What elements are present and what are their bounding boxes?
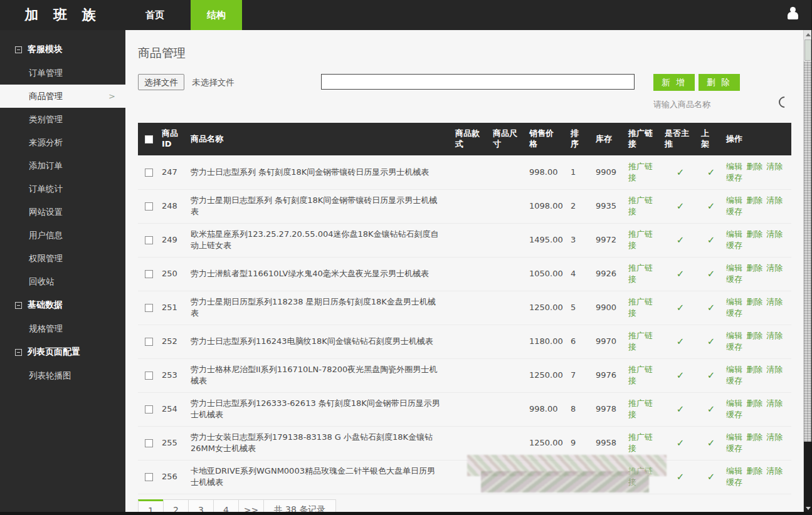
product-size — [490, 257, 527, 291]
action-link-1[interactable]: 删除 — [746, 162, 762, 171]
promo-link[interactable]: 推广链接 — [628, 365, 653, 385]
row-checkbox[interactable] — [145, 202, 153, 211]
row-actions: 编辑 删除 清除缓存 — [724, 426, 791, 460]
delete-button[interactable]: 删 除 — [699, 74, 740, 91]
action-link-0[interactable]: 编辑 — [726, 263, 742, 273]
product-style — [453, 291, 490, 325]
on-shelf-check-icon: ✓ — [707, 302, 715, 313]
action-link-0[interactable]: 编辑 — [726, 331, 742, 340]
promo-link[interactable]: 推广链接 — [628, 398, 653, 419]
row-checkbox[interactable] — [145, 405, 153, 414]
row-checkbox[interactable] — [145, 304, 153, 312]
sidebar-item[interactable]: 商品管理> — [0, 85, 125, 108]
product-name: 劳力士日志型系列116243电脑纹18K间金镶钻钻石刻度男士机械表 — [188, 325, 453, 358]
promo-link[interactable]: 推广链接 — [628, 162, 653, 182]
arrow-down-icon[interactable] — [806, 507, 811, 510]
main-push-check-icon: ✓ — [677, 370, 685, 381]
app-window: 加 班 族 首页 结构 客服模块订单管理商品管理>类别管理来源分析添加订单订单统… — [0, 0, 812, 515]
promo-link[interactable]: 推广链接 — [628, 432, 653, 453]
promo-link[interactable]: 推广链接 — [628, 229, 653, 250]
action-link-1[interactable]: 删除 — [746, 365, 762, 374]
product-stock: 9972 — [593, 223, 626, 257]
table-row: 248 劳力士星期日志型系列 条钉刻度18K间金钢带镶砖日历显示男士机械表 10… — [138, 189, 791, 223]
action-link-0[interactable]: 编辑 — [726, 195, 742, 205]
sidebar-item[interactable]: 来源分析 — [0, 131, 125, 154]
search-input[interactable] — [321, 74, 635, 90]
product-name: 劳力士女装日志型系列179138-83138 G 小盘钻石刻度18K金镶钻26M… — [188, 426, 453, 460]
action-link-0[interactable]: 编辑 — [726, 432, 742, 442]
sidebar-item[interactable]: 类别管理 — [0, 108, 125, 131]
table-row: 253 劳力士格林尼治型II系列116710LN-78200夜光黑盘陶瓷外圈男士… — [138, 358, 791, 392]
col-header-style: 商品款式 — [453, 123, 490, 155]
sidebar-item[interactable]: 订单统计 — [0, 177, 125, 200]
col-header-sort: 排序 — [568, 123, 593, 155]
product-style — [453, 189, 490, 223]
action-link-0[interactable]: 编辑 — [726, 297, 742, 306]
row-checkbox[interactable] — [145, 338, 153, 346]
sidebar-nav: 客服模块订单管理商品管理>类别管理来源分析添加订单订单统计网站设置用户信息权限管… — [0, 30, 125, 515]
sidebar-item[interactable]: 添加订单 — [0, 154, 125, 177]
row-actions: 编辑 删除 清除缓存 — [724, 223, 791, 257]
row-checkbox[interactable] — [145, 169, 153, 177]
sidebar-section-0[interactable]: 客服模块 — [0, 38, 125, 61]
product-size — [490, 392, 527, 426]
action-link-1[interactable]: 删除 — [746, 331, 762, 340]
sidebar-section-2[interactable]: 列表页面配置 — [0, 340, 125, 364]
scrollbar-thumb[interactable] — [804, 39, 811, 61]
file-status-label: 未选择文件 — [192, 77, 235, 87]
tab-home[interactable]: 首页 — [130, 0, 179, 30]
add-button[interactable]: 新 增 — [653, 74, 695, 91]
on-shelf-check-icon: ✓ — [707, 370, 715, 381]
row-checkbox[interactable] — [145, 270, 153, 278]
chevron-right-icon: > — [108, 85, 115, 108]
sidebar-section-1[interactable]: 基础数据 — [0, 293, 125, 317]
sidebar-item[interactable]: 权限管理 — [0, 247, 125, 270]
action-link-0[interactable]: 编辑 — [726, 398, 742, 408]
sidebar-item[interactable]: 列表轮播图 — [0, 364, 125, 387]
user-icon[interactable] — [784, 6, 801, 23]
sidebar-section-title: 列表页面配置 — [28, 346, 80, 358]
action-link-1[interactable]: 删除 — [746, 466, 762, 476]
product-id: 252 — [159, 325, 188, 358]
action-link-1[interactable]: 删除 — [746, 432, 762, 442]
action-link-1[interactable]: 删除 — [746, 263, 762, 273]
action-link-1[interactable]: 删除 — [746, 229, 762, 239]
product-price: 1495.00 — [527, 223, 568, 257]
sidebar-item[interactable]: 规格管理 — [0, 317, 125, 340]
action-link-1[interactable]: 删除 — [746, 398, 762, 408]
on-shelf-check-icon: ✓ — [707, 403, 715, 415]
row-actions: 编辑 删除 清除缓存 — [724, 291, 791, 325]
action-link-0[interactable]: 编辑 — [726, 229, 742, 239]
choose-file-button[interactable]: 选择文件 — [138, 74, 184, 90]
col-header-promo: 推广链接 — [626, 123, 662, 155]
product-id: 251 — [159, 291, 188, 325]
action-link-0[interactable]: 编辑 — [726, 365, 742, 374]
row-checkbox[interactable] — [145, 473, 153, 481]
col-header-price: 销售价格 — [527, 123, 568, 155]
sidebar-item[interactable]: 用户信息 — [0, 224, 125, 247]
product-size — [490, 189, 527, 223]
row-checkbox[interactable] — [145, 372, 153, 380]
sidebar-item[interactable]: 网站设置 — [0, 200, 125, 224]
product-sort: 2 — [568, 189, 593, 223]
row-checkbox[interactable] — [145, 439, 153, 447]
promo-link[interactable]: 推广链接 — [628, 297, 653, 318]
action-link-1[interactable]: 删除 — [746, 195, 762, 205]
promo-link[interactable]: 推广链接 — [628, 195, 653, 216]
sidebar-item[interactable]: 回收站 — [0, 270, 125, 293]
action-link-1[interactable]: 删除 — [746, 297, 762, 306]
col-header-stock: 库存 — [593, 123, 626, 155]
promo-link[interactable]: 推广链接 — [628, 331, 653, 351]
select-all-checkbox[interactable] — [145, 135, 153, 143]
brand-logo: 加 班 族 — [0, 0, 125, 30]
sidebar-item[interactable]: 订单管理 — [0, 61, 125, 85]
tab-structure[interactable]: 结构 — [191, 0, 242, 30]
action-link-0[interactable]: 编辑 — [726, 162, 742, 171]
on-shelf-check-icon: ✓ — [707, 167, 715, 178]
toolbar: 选择文件 未选择文件 新 增 删 除 — [138, 74, 803, 93]
action-link-0[interactable]: 编辑 — [726, 466, 742, 476]
row-checkbox[interactable] — [145, 236, 153, 244]
promo-link[interactable]: 推广链接 — [628, 263, 653, 284]
main-push-check-icon: ✓ — [677, 336, 685, 347]
product-size — [490, 358, 527, 392]
